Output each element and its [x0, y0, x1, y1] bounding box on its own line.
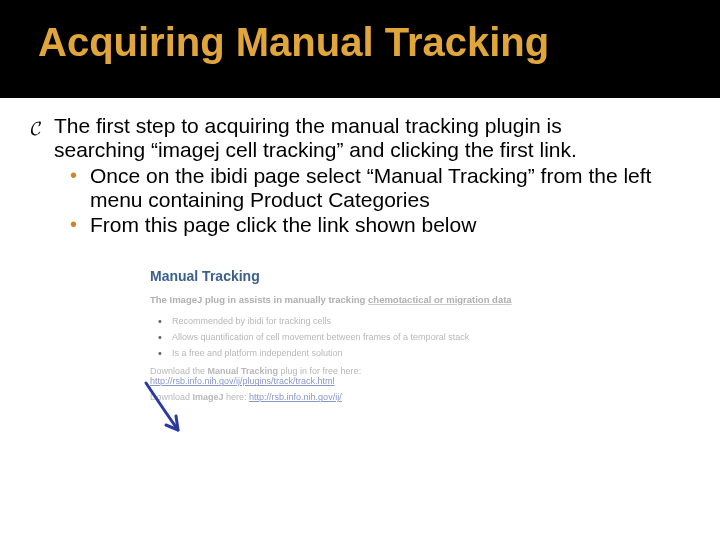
feature-list: Recommended by ibidi for tracking cells …: [158, 316, 590, 358]
sub-bullet: From this page click the link shown belo…: [68, 213, 690, 237]
slide: Acquiring Manual Tracking 𝓒 The first st…: [0, 0, 720, 540]
download-imagej: Download ImageJ here: http://rsb.info.ni…: [150, 392, 590, 402]
feature-item: Is a free and platform independent solut…: [158, 348, 590, 358]
embedded-intro-prefix: The ImageJ plug in assists in manually t…: [150, 294, 368, 305]
embedded-intro: The ImageJ plug in assists in manually t…: [150, 294, 590, 306]
dl-ij-bold: ImageJ: [193, 392, 224, 402]
download-manual-tracking-link[interactable]: http://rsb.info.nih.gov/ij/plugins/track…: [150, 376, 335, 386]
dl-mt-prefix: Download the: [150, 366, 208, 376]
body-text: 𝓒 The first step to acquiring the manual…: [30, 114, 690, 237]
sub-bullet: Once on the ibidi page select “Manual Tr…: [68, 164, 690, 212]
download-manual-tracking: Download the Manual Tracking plug in for…: [150, 366, 590, 386]
flourish-icon: 𝓒: [30, 117, 40, 140]
download-imagej-link[interactable]: http://rsb.info.nih.gov/ij/: [249, 392, 342, 402]
content-panel: 𝓒 The first step to acquiring the manual…: [0, 98, 720, 540]
sub-bullet-list: Once on the ibidi page select “Manual Tr…: [30, 164, 690, 236]
dl-mt-suffix: plug in for free here:: [278, 366, 361, 376]
dl-ij-prefix: Download: [150, 392, 193, 402]
embedded-heading: Manual Tracking: [150, 268, 590, 284]
body-line-1: 𝓒 The first step to acquiring the manual…: [30, 114, 690, 138]
feature-item: Allows quantification of cell movement b…: [158, 332, 590, 342]
embedded-intro-keyword: chemotactical or migration data: [368, 294, 512, 305]
embedded-screenshot: Manual Tracking The ImageJ plug in assis…: [150, 268, 590, 402]
body-line-1-text: The first step to acquiring the manual t…: [54, 114, 562, 137]
body-line-2: searching “imagej cell tracking” and cli…: [30, 138, 690, 162]
feature-item: Recommended by ibidi for tracking cells: [158, 316, 590, 326]
dl-ij-suffix: here:: [224, 392, 250, 402]
dl-mt-bold: Manual Tracking: [208, 366, 279, 376]
slide-title: Acquiring Manual Tracking: [38, 20, 549, 65]
